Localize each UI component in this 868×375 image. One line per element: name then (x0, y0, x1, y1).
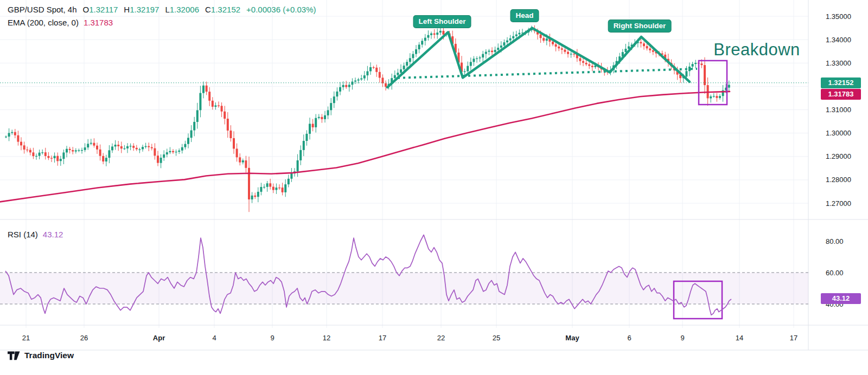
symbol-legend: GBP/USD Spot, 4h O1.32117 H1.32197 L1.32… (8, 5, 316, 14)
last-price-tag: 1.32152 (821, 77, 861, 88)
time-axis-labels[interactable]: 2126Apr4912172225May691417 (22, 334, 797, 342)
head-badge[interactable]: Head (510, 10, 538, 22)
ohlc-open: O1.32117 (83, 5, 118, 14)
svg-text:1.35000: 1.35000 (826, 12, 851, 21)
svg-text:80.00: 80.00 (826, 237, 844, 245)
svg-text:4: 4 (212, 334, 216, 342)
svg-text:1.30000: 1.30000 (826, 129, 851, 137)
svg-text:1.33000: 1.33000 (826, 59, 851, 67)
svg-text:May: May (565, 334, 579, 342)
ohlc-low: L1.32006 (165, 5, 199, 14)
breakdown-label[interactable]: Breakdown (713, 40, 800, 60)
svg-text:25: 25 (493, 334, 500, 342)
rsi-legend: RSI (14)43.12 (8, 230, 63, 239)
svg-text:Apr: Apr (153, 334, 165, 342)
symbol-title: GBP/USD Spot, 4h (8, 5, 77, 14)
chart-root: 1.350001.340001.330001.310001.300001.290… (0, 0, 868, 375)
svg-text:9: 9 (680, 334, 684, 342)
ohlc-high: H1.32197 (124, 5, 159, 14)
svg-text:6: 6 (627, 334, 631, 342)
svg-text:1.29000: 1.29000 (826, 152, 851, 160)
svg-text:22: 22 (437, 334, 445, 342)
ema-price-tag: 1.31783 (821, 89, 861, 100)
rsi-value: 43.12 (43, 230, 63, 239)
rsi-label: RSI (14) (8, 230, 38, 239)
price-axis-labels[interactable]: 1.350001.340001.330001.310001.300001.290… (826, 12, 851, 208)
svg-text:1.28000: 1.28000 (826, 176, 851, 184)
svg-text:9: 9 (270, 334, 274, 342)
pattern-zigzag[interactable] (387, 28, 690, 88)
left-shoulder-badge[interactable]: Left Shoulder (414, 16, 471, 28)
svg-text:26: 26 (80, 334, 88, 342)
rsi-band (0, 273, 808, 304)
candles-layer (5, 25, 730, 212)
right-shoulder-badge[interactable]: Right Shoulder (609, 20, 671, 32)
svg-text:60.00: 60.00 (826, 269, 844, 277)
svg-text:1.27000: 1.27000 (826, 199, 851, 208)
ohlc-close: C1.32152 (205, 5, 240, 14)
svg-text:17: 17 (790, 334, 797, 342)
tradingview-logo[interactable]: TradingView (8, 351, 74, 360)
neckline[interactable] (398, 69, 697, 78)
ema-label: EMA (200, close, 0) (8, 18, 79, 27)
rsi-value-tag: 43.12 (821, 293, 861, 304)
svg-text:21: 21 (22, 334, 30, 342)
tradingview-icon (8, 351, 20, 360)
tradingview-brand-text: TradingView (24, 351, 74, 360)
price-change: +0.00036 (+0.03%) (246, 5, 316, 14)
svg-text:1.34000: 1.34000 (826, 36, 851, 44)
ema-value: 1.31783 (84, 18, 113, 27)
svg-text:12: 12 (323, 334, 330, 342)
svg-text:17: 17 (379, 334, 386, 342)
svg-text:14: 14 (736, 334, 743, 342)
ema-legend: EMA (200, close, 0)1.31783 (8, 18, 113, 27)
svg-text:1.31000: 1.31000 (826, 106, 851, 114)
